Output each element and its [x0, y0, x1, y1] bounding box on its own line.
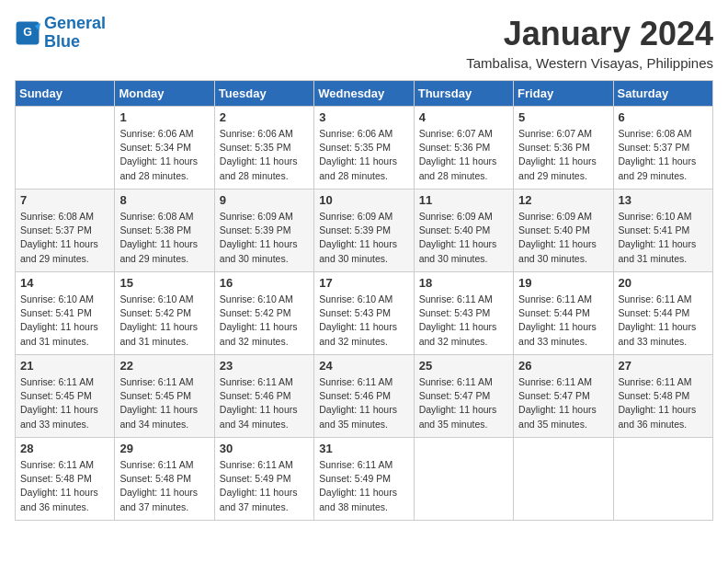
day-info: Sunrise: 6:10 AM Sunset: 5:42 PM Dayligh…	[220, 293, 309, 349]
logo-text: General Blue	[44, 15, 106, 52]
week-row-5: 28 Sunrise: 6:11 AM Sunset: 5:48 PM Dayl…	[16, 438, 713, 521]
location-title: Tambalisa, Western Visayas, Philippines	[466, 55, 713, 71]
day-header-friday: Friday	[514, 81, 613, 107]
day-info: Sunrise: 6:06 AM Sunset: 5:34 PM Dayligh…	[119, 127, 209, 183]
day-number: 14	[20, 276, 109, 290]
day-info: Sunrise: 6:07 AM Sunset: 5:36 PM Dayligh…	[419, 127, 508, 183]
day-number: 10	[319, 193, 408, 207]
day-info: Sunrise: 6:09 AM Sunset: 5:40 PM Dayligh…	[419, 210, 508, 266]
day-info: Sunrise: 6:09 AM Sunset: 5:39 PM Dayligh…	[319, 210, 408, 266]
page-header: G General Blue January 2024 Tambalisa, W…	[15, 15, 713, 71]
day-header-sunday: Sunday	[16, 81, 115, 107]
day-cell: 25 Sunrise: 6:11 AM Sunset: 5:47 PM Dayl…	[414, 355, 513, 438]
day-cell: 5 Sunrise: 6:07 AM Sunset: 5:36 PM Dayli…	[514, 107, 613, 190]
week-row-2: 7 Sunrise: 6:08 AM Sunset: 5:37 PM Dayli…	[16, 190, 713, 272]
day-info: Sunrise: 6:11 AM Sunset: 5:48 PM Dayligh…	[20, 458, 109, 514]
day-cell: 14 Sunrise: 6:10 AM Sunset: 5:41 PM Dayl…	[16, 272, 115, 355]
day-cell	[16, 107, 115, 190]
day-info: Sunrise: 6:11 AM Sunset: 5:47 PM Dayligh…	[419, 375, 508, 431]
day-cell: 31 Sunrise: 6:11 AM Sunset: 5:49 PM Dayl…	[314, 438, 414, 521]
day-number: 17	[319, 276, 408, 290]
day-cell: 28 Sunrise: 6:11 AM Sunset: 5:48 PM Dayl…	[16, 438, 115, 521]
day-header-tuesday: Tuesday	[214, 81, 313, 107]
day-number: 2	[220, 110, 309, 124]
day-info: Sunrise: 6:09 AM Sunset: 5:40 PM Dayligh…	[518, 210, 608, 266]
day-cell: 12 Sunrise: 6:09 AM Sunset: 5:40 PM Dayl…	[514, 190, 613, 272]
day-info: Sunrise: 6:06 AM Sunset: 5:35 PM Dayligh…	[220, 127, 309, 183]
day-number: 21	[20, 359, 109, 373]
day-header-thursday: Thursday	[414, 81, 513, 107]
title-block: January 2024 Tambalisa, Western Visayas,…	[466, 15, 713, 71]
day-cell: 4 Sunrise: 6:07 AM Sunset: 5:36 PM Dayli…	[414, 107, 513, 190]
day-number: 6	[619, 110, 708, 124]
day-info: Sunrise: 6:11 AM Sunset: 5:43 PM Dayligh…	[419, 293, 508, 349]
day-number: 26	[518, 359, 608, 373]
day-cell: 7 Sunrise: 6:08 AM Sunset: 5:37 PM Dayli…	[16, 190, 115, 272]
day-cell: 15 Sunrise: 6:10 AM Sunset: 5:42 PM Dayl…	[115, 272, 214, 355]
day-number: 22	[119, 359, 209, 373]
day-number: 7	[20, 193, 109, 207]
day-cell: 11 Sunrise: 6:09 AM Sunset: 5:40 PM Dayl…	[414, 190, 513, 272]
day-number: 15	[119, 276, 209, 290]
day-number: 24	[319, 359, 408, 373]
day-cell: 2 Sunrise: 6:06 AM Sunset: 5:35 PM Dayli…	[214, 107, 313, 190]
logo-line2: Blue	[44, 32, 80, 51]
day-header-saturday: Saturday	[613, 81, 712, 107]
day-info: Sunrise: 6:11 AM Sunset: 5:46 PM Dayligh…	[220, 375, 309, 431]
day-number: 20	[619, 276, 708, 290]
day-number: 9	[220, 193, 309, 207]
day-number: 13	[619, 193, 708, 207]
day-cell	[514, 438, 613, 521]
day-cell: 24 Sunrise: 6:11 AM Sunset: 5:46 PM Dayl…	[314, 355, 414, 438]
day-cell: 22 Sunrise: 6:11 AM Sunset: 5:45 PM Dayl…	[115, 355, 214, 438]
day-cell: 6 Sunrise: 6:08 AM Sunset: 5:37 PM Dayli…	[613, 107, 712, 190]
day-info: Sunrise: 6:10 AM Sunset: 5:41 PM Dayligh…	[20, 293, 109, 349]
day-header-monday: Monday	[115, 81, 214, 107]
day-number: 5	[518, 110, 608, 124]
day-info: Sunrise: 6:11 AM Sunset: 5:48 PM Dayligh…	[119, 458, 209, 514]
day-number: 3	[319, 110, 408, 124]
logo-line1: General	[44, 14, 106, 32]
day-number: 8	[119, 193, 209, 207]
day-info: Sunrise: 6:08 AM Sunset: 5:37 PM Dayligh…	[619, 127, 708, 183]
day-info: Sunrise: 6:11 AM Sunset: 5:49 PM Dayligh…	[220, 458, 309, 514]
day-header-wednesday: Wednesday	[314, 81, 414, 107]
day-number: 4	[419, 110, 508, 124]
week-row-1: 1 Sunrise: 6:06 AM Sunset: 5:34 PM Dayli…	[16, 107, 713, 190]
day-cell: 23 Sunrise: 6:11 AM Sunset: 5:46 PM Dayl…	[214, 355, 313, 438]
day-cell: 20 Sunrise: 6:11 AM Sunset: 5:44 PM Dayl…	[613, 272, 712, 355]
day-info: Sunrise: 6:11 AM Sunset: 5:47 PM Dayligh…	[518, 375, 608, 431]
day-cell: 26 Sunrise: 6:11 AM Sunset: 5:47 PM Dayl…	[514, 355, 613, 438]
day-cell: 13 Sunrise: 6:10 AM Sunset: 5:41 PM Dayl…	[613, 190, 712, 272]
day-info: Sunrise: 6:11 AM Sunset: 5:49 PM Dayligh…	[319, 458, 408, 514]
week-row-3: 14 Sunrise: 6:10 AM Sunset: 5:41 PM Dayl…	[16, 272, 713, 355]
day-info: Sunrise: 6:11 AM Sunset: 5:45 PM Dayligh…	[119, 375, 209, 431]
day-number: 19	[518, 276, 608, 290]
day-number: 30	[220, 442, 309, 455]
day-info: Sunrise: 6:09 AM Sunset: 5:39 PM Dayligh…	[220, 210, 309, 266]
day-info: Sunrise: 6:11 AM Sunset: 5:46 PM Dayligh…	[319, 375, 408, 431]
logo: G General Blue	[15, 15, 106, 52]
week-row-4: 21 Sunrise: 6:11 AM Sunset: 5:45 PM Dayl…	[16, 355, 713, 438]
day-number: 1	[119, 110, 209, 124]
day-info: Sunrise: 6:11 AM Sunset: 5:44 PM Dayligh…	[619, 293, 708, 349]
svg-text:G: G	[23, 26, 32, 39]
day-number: 25	[419, 359, 508, 373]
day-number: 16	[220, 276, 309, 290]
day-info: Sunrise: 6:07 AM Sunset: 5:36 PM Dayligh…	[518, 127, 608, 183]
day-cell: 10 Sunrise: 6:09 AM Sunset: 5:39 PM Dayl…	[314, 190, 414, 272]
day-cell: 17 Sunrise: 6:10 AM Sunset: 5:43 PM Dayl…	[314, 272, 414, 355]
day-cell: 3 Sunrise: 6:06 AM Sunset: 5:35 PM Dayli…	[314, 107, 414, 190]
day-number: 11	[419, 193, 508, 207]
day-info: Sunrise: 6:10 AM Sunset: 5:41 PM Dayligh…	[619, 210, 708, 266]
day-cell: 18 Sunrise: 6:11 AM Sunset: 5:43 PM Dayl…	[414, 272, 513, 355]
day-cell: 29 Sunrise: 6:11 AM Sunset: 5:48 PM Dayl…	[115, 438, 214, 521]
logo-icon: G	[15, 20, 40, 46]
calendar-header-row: SundayMondayTuesdayWednesdayThursdayFrid…	[16, 81, 713, 107]
day-cell: 30 Sunrise: 6:11 AM Sunset: 5:49 PM Dayl…	[214, 438, 313, 521]
day-info: Sunrise: 6:06 AM Sunset: 5:35 PM Dayligh…	[319, 127, 408, 183]
day-number: 29	[119, 442, 209, 455]
day-cell: 1 Sunrise: 6:06 AM Sunset: 5:34 PM Dayli…	[115, 107, 214, 190]
day-cell: 27 Sunrise: 6:11 AM Sunset: 5:48 PM Dayl…	[613, 355, 712, 438]
calendar-table: SundayMondayTuesdayWednesdayThursdayFrid…	[15, 80, 713, 521]
